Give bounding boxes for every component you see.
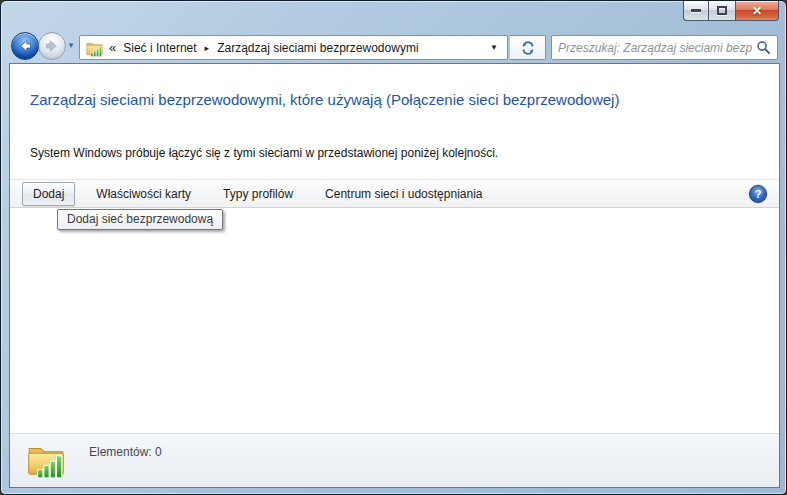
wireless-folder-icon-large xyxy=(25,439,67,479)
minimize-button[interactable] xyxy=(683,1,709,21)
breadcrumb-item-network-internet[interactable]: Sieć i Internet xyxy=(120,39,199,57)
help-button[interactable]: ? xyxy=(749,185,767,203)
page-description: System Windows próbuje łączyć się z tymi… xyxy=(30,146,498,160)
address-bar[interactable]: « Sieć i Internet ▸ Zarządzaj sieciami b… xyxy=(79,35,508,60)
refresh-icon xyxy=(520,40,536,56)
explorer-window: ✕ ▼ « Sieć i Internet ▸ Zarządzaj siecia… xyxy=(0,0,787,495)
help-icon: ? xyxy=(755,188,762,200)
breadcrumb-item-manage-wireless[interactable]: Zarządzaj sieciami bezprzewodowymi xyxy=(214,39,421,57)
close-button[interactable]: ✕ xyxy=(736,1,779,21)
toolbar-button-add[interactable]: Dodaj xyxy=(22,182,75,206)
forward-arrow-icon xyxy=(43,37,61,55)
address-dropdown-icon[interactable]: ▼ xyxy=(486,43,502,52)
forward-button[interactable] xyxy=(38,32,66,60)
search-box xyxy=(551,35,778,60)
breadcrumb-separator-icon[interactable]: ▸ xyxy=(205,43,210,53)
status-items-count: Elementów: 0 xyxy=(89,445,162,459)
maximize-icon xyxy=(717,6,727,15)
tooltip-text: Dodaj sieć bezprzewodową xyxy=(67,212,213,226)
toolbar: Dodaj Właściwości karty Typy profilów Ce… xyxy=(10,179,779,208)
tooltip: Dodaj sieć bezprzewodową xyxy=(57,209,223,230)
caption-buttons: ✕ xyxy=(683,1,779,21)
statusbar: Elementów: 0 xyxy=(10,433,779,487)
search-icon[interactable] xyxy=(756,40,771,55)
breadcrumb-overflow-chevron[interactable]: « xyxy=(109,40,115,55)
close-icon: ✕ xyxy=(752,4,762,18)
refresh-button[interactable] xyxy=(510,35,546,60)
search-input[interactable] xyxy=(558,41,752,55)
maximize-button[interactable] xyxy=(709,1,736,21)
toolbar-button-adapter-properties[interactable]: Właściwości karty xyxy=(85,182,202,206)
back-arrow-icon xyxy=(16,37,34,55)
minimize-icon xyxy=(691,9,701,12)
toolbar-button-profile-types[interactable]: Typy profilów xyxy=(212,182,304,206)
content-panel: Zarządzaj sieciami bezprzewodowymi, któr… xyxy=(9,63,780,488)
page-title: Zarządzaj sieciami bezprzewodowymi, któr… xyxy=(30,91,619,108)
toolbar-button-network-sharing-center[interactable]: Centrum sieci i udostępniania xyxy=(314,182,493,206)
recent-pages-dropdown[interactable]: ▼ xyxy=(67,41,75,50)
wireless-folder-icon xyxy=(85,39,104,57)
back-button[interactable] xyxy=(11,32,39,60)
